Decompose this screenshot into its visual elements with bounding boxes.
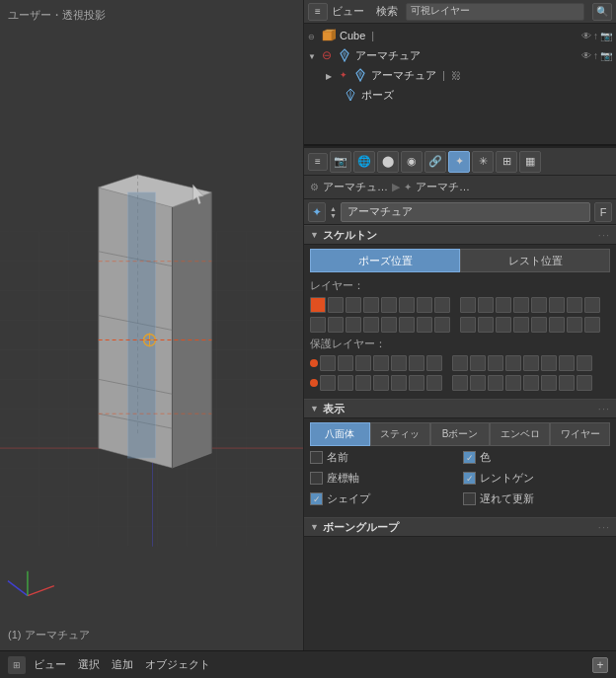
add-bone-group-btn[interactable]: + [592,657,608,673]
layer-26[interactable] [478,317,494,333]
check-color[interactable]: ✓ [463,451,476,464]
outliner-item-armature-root[interactable]: ▼ ⊖ アーマチュア 👁 ↑ 📷 [304,45,616,65]
layer-8[interactable] [434,297,450,313]
layer-19[interactable] [346,317,361,333]
check-shapes[interactable]: ✓ [310,492,323,505]
layer-12[interactable] [513,297,529,313]
eye-icon-arm[interactable]: 👁 [581,50,591,61]
world-btn[interactable]: ⬤ [377,151,399,173]
outliner-item-cube[interactable]: ⊖ Cube | 👁 ↑ 📷 [304,26,616,45]
layer-14[interactable] [549,297,565,313]
layer-11[interactable] [496,297,511,313]
breadcrumb-item1[interactable]: アーマチュ… [323,180,388,194]
datablock-name[interactable]: アーマチュア [341,202,590,222]
layer-29[interactable] [531,317,547,333]
render-icon[interactable]: 📷 [600,31,612,41]
protect-26[interactable] [470,375,486,391]
layer-22[interactable] [399,317,415,333]
display-tab-octahedral[interactable]: 八面体 [310,422,370,446]
search-icon-btn[interactable]: 🔍 [592,3,612,21]
layer-13[interactable] [531,297,547,313]
protect-13[interactable] [523,355,539,371]
arrow-down[interactable]: ▼ [330,212,337,219]
protect-18[interactable] [338,375,353,391]
protect-32[interactable] [577,375,592,391]
layer-31[interactable] [567,317,582,333]
status-object[interactable]: オブジェクト [141,657,214,672]
render-btn[interactable]: 📷 [330,151,351,173]
protect-5[interactable] [391,355,407,371]
check-name[interactable] [310,451,323,464]
status-view[interactable]: ビュー [30,657,70,672]
protect-6[interactable] [409,355,424,371]
layer-24[interactable] [434,317,450,333]
protect-16[interactable] [577,355,592,371]
datablock-arrows[interactable]: ▲ ▼ [330,205,337,219]
protect-4[interactable] [373,355,389,371]
layer-21[interactable] [381,317,397,333]
layer-30[interactable] [549,317,565,333]
constraints-btn[interactable]: 🔗 [424,151,446,173]
protect-22[interactable] [409,375,424,391]
layer-6[interactable] [399,297,415,313]
breadcrumb-item2[interactable]: アーマチ… [416,180,470,194]
outliner-view-label[interactable]: ビュー [332,4,364,19]
protect-20[interactable] [373,375,389,391]
pointer-icon[interactable]: ↑ [593,31,598,41]
particles-btn[interactable]: ✳ [472,151,494,173]
physics-btn[interactable]: ⊞ [496,151,517,173]
prop-menu-btn[interactable]: ≡ [308,153,328,171]
protect-15[interactable] [559,355,575,371]
display-tab-envelope[interactable]: エンベロ [490,422,550,446]
texture-btn[interactable]: ▦ [519,151,541,173]
layer-17[interactable] [310,317,326,333]
prop-content[interactable]: ▼ スケルトン ··· ポーズ位置 レスト位置 レイヤー： [304,225,616,650]
protect-19[interactable] [355,375,371,391]
outliner-menu-btn[interactable]: ≡ [308,3,328,21]
display-tab-stick[interactable]: スティッ [370,422,430,446]
render-icon-arm[interactable]: 📷 [600,50,612,61]
protect-12[interactable] [505,355,521,371]
protect-3[interactable] [355,355,371,371]
viewport[interactable]: ユーザー・透視投影 [0,0,304,650]
protect-10[interactable] [470,355,486,371]
layer-10[interactable] [478,297,494,313]
protect-11[interactable] [488,355,503,371]
layer-4[interactable] [363,297,379,313]
protect-17[interactable] [320,375,336,391]
protect-23[interactable] [426,375,442,391]
pointer-icon-arm[interactable]: ↑ [593,50,598,61]
protect-1[interactable] [320,355,336,371]
layer-1[interactable] [310,297,326,313]
protect-29[interactable] [523,375,539,391]
layer-25[interactable] [460,317,476,333]
check-delay[interactable] [463,492,476,505]
protect-14[interactable] [541,355,557,371]
display-section-header[interactable]: ▼ 表示 ··· [304,399,616,418]
layer-28[interactable] [513,317,529,333]
rest-btn[interactable]: レスト位置 [460,249,610,272]
protect-7[interactable] [426,355,442,371]
layer-23[interactable] [417,317,432,333]
layer-18[interactable] [328,317,344,333]
layer-2[interactable] [328,297,344,313]
protect-31[interactable] [559,375,575,391]
outliner-item-armature-sub[interactable]: ▶ ✦ アーマチュア | ⛓ [304,65,616,85]
check-xray[interactable]: ✓ [463,472,476,485]
pose-btn[interactable]: ポーズ位置 [310,249,460,272]
layer-select[interactable]: 可視レイヤー [406,3,584,21]
layer-15[interactable] [567,297,582,313]
display-tab-bbone[interactable]: Bボーン [430,422,491,446]
bone-group-section-header[interactable]: ▼ ボーングループ ··· [304,517,616,537]
layer-7[interactable] [417,297,432,313]
layer-32[interactable] [584,317,600,333]
layer-3[interactable] [346,297,361,313]
layer-16[interactable] [584,297,600,313]
check-axis[interactable] [310,472,323,485]
protect-27[interactable] [488,375,503,391]
status-icon[interactable]: ⊞ [8,656,26,674]
layer-27[interactable] [496,317,511,333]
layer-9[interactable] [460,297,476,313]
datablock-f-btn[interactable]: F [594,202,612,222]
protect-21[interactable] [391,375,407,391]
